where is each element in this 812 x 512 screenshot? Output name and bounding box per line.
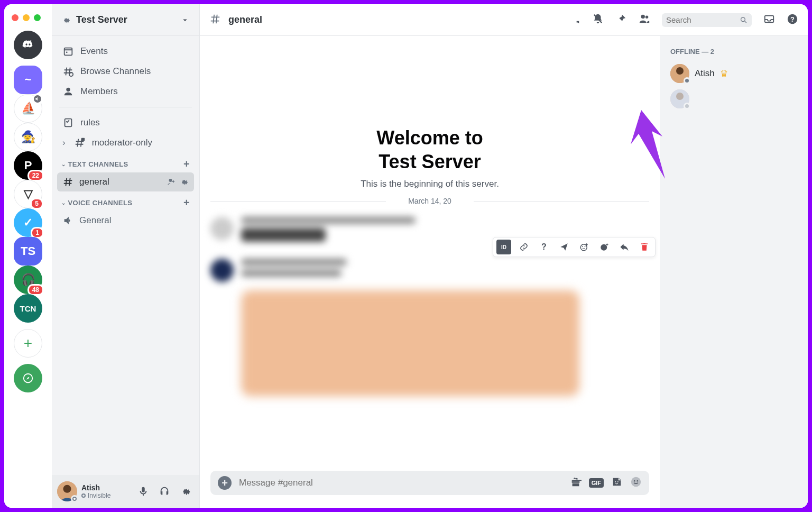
user-panel: Atish Invisible — [52, 475, 199, 508]
server-item[interactable]: ✓1 — [14, 208, 42, 237]
svg-point-12 — [741, 17, 745, 21]
channel-label: General — [79, 215, 189, 226]
gift-icon — [570, 476, 582, 488]
channel-label: general — [79, 177, 161, 187]
channel-title: general — [228, 14, 561, 25]
channel-rules[interactable]: rules — [57, 113, 194, 133]
action-copy-id[interactable]: ID — [496, 240, 511, 254]
welcome-subtitle: This is the beginning of this server. — [210, 179, 649, 189]
action-delete[interactable] — [637, 240, 652, 254]
mute-button[interactable] — [135, 483, 152, 500]
emoji-button[interactable] — [630, 476, 642, 490]
add-channel-button[interactable]: + — [183, 197, 190, 209]
member-row[interactable] — [666, 86, 801, 112]
reply-icon — [620, 242, 629, 252]
sidebar-link-browse channels[interactable]: Browse Channels — [57, 61, 194, 81]
help-icon: ? — [787, 13, 798, 25]
chat-area: general ? — [200, 4, 808, 508]
threads-button[interactable] — [569, 13, 580, 27]
server-item[interactable]: P22 — [14, 151, 42, 180]
chat-header: general ? — [200, 4, 808, 36]
gift-button[interactable] — [570, 476, 582, 490]
category-label: TEXT CHANNELS — [68, 160, 128, 168]
chevron-right-icon: › — [62, 138, 66, 148]
minimize-window-button[interactable] — [23, 14, 30, 21]
blurred-embed — [241, 290, 579, 396]
category-header[interactable]: ⌄TEXT CHANNELS+ — [57, 153, 194, 172]
bell-mute-icon — [592, 13, 604, 25]
invite-icon[interactable] — [167, 177, 176, 187]
user-status: Invisible — [88, 492, 110, 499]
welcome-title-1: Welcome to — [376, 127, 483, 149]
pinned-button[interactable] — [615, 13, 627, 27]
welcome-block: Welcome toTest Server This is the beginn… — [210, 126, 649, 189]
explore-button[interactable] — [14, 364, 42, 392]
svg-point-5 — [66, 88, 70, 92]
maximize-window-button[interactable] — [34, 14, 41, 21]
action-add-reaction[interactable] — [577, 240, 592, 254]
channel-general[interactable]: General — [57, 211, 194, 230]
svg-rect-7 — [81, 138, 84, 141]
action-help[interactable]: ? — [537, 240, 551, 254]
channel-label: moderator-only — [92, 138, 152, 148]
compass-icon — [22, 372, 34, 384]
member-list: OFFLINE — 2 Atish ♛ — [660, 36, 808, 508]
link-icon — [519, 242, 529, 252]
close-window-button[interactable] — [12, 14, 19, 21]
date-divider: March 14, 20 — [408, 197, 451, 205]
deafen-button[interactable] — [156, 483, 173, 500]
message-composer: + GIF — [210, 471, 649, 495]
svg-point-29 — [676, 93, 684, 100]
search-box[interactable] — [662, 13, 752, 27]
trash-icon — [640, 242, 649, 252]
server-label: TS — [21, 244, 35, 258]
rules-icon — [62, 117, 74, 129]
server-item[interactable]: 🧙 — [14, 123, 42, 151]
action-reply[interactable] — [617, 240, 632, 254]
server-item[interactable]: ~ — [14, 66, 42, 94]
home-button[interactable] — [14, 31, 42, 59]
gif-button[interactable]: GIF — [589, 478, 604, 488]
server-item[interactable]: ⛵ — [14, 94, 42, 123]
sticker-button[interactable] — [611, 476, 623, 490]
inbox-button[interactable] — [763, 13, 775, 27]
server-item[interactable]: TCN — [14, 294, 42, 323]
sidebar-link-members[interactable]: Members — [57, 81, 194, 102]
action-send[interactable] — [557, 240, 571, 254]
sticker-icon — [611, 476, 623, 488]
notifications-button[interactable] — [592, 13, 604, 27]
chevron-down-icon — [180, 15, 190, 25]
emoji-icon — [630, 476, 642, 488]
message-list[interactable]: Welcome toTest Server This is the beginn… — [200, 36, 660, 471]
add-server-button[interactable]: + — [14, 329, 42, 358]
server-header[interactable]: Test Server — [52, 4, 199, 36]
pin-icon — [615, 13, 627, 25]
category-label: VOICE CHANNELS — [68, 199, 132, 207]
server-label: ~ — [25, 73, 32, 87]
attach-button[interactable]: + — [218, 476, 232, 490]
search-input[interactable] — [666, 15, 736, 24]
help-button[interactable]: ? — [787, 13, 798, 27]
composer-input[interactable] — [239, 478, 562, 488]
add-channel-button[interactable]: + — [183, 158, 190, 170]
svg-point-20 — [601, 244, 607, 251]
action-copy-link[interactable] — [516, 240, 531, 254]
mic-icon — [137, 486, 149, 497]
svg-point-21 — [615, 481, 616, 482]
member-row[interactable]: Atish ♛ — [666, 61, 801, 86]
server-item[interactable]: 🎧48 — [14, 266, 42, 294]
action-super-reaction[interactable] — [597, 240, 612, 254]
speaker-icon — [62, 215, 74, 226]
member-avatar — [670, 64, 689, 83]
memberlist-toggle-button[interactable] — [639, 13, 650, 27]
user-settings-button[interactable] — [177, 483, 194, 500]
channel-moderator-only[interactable]: ›moderator-only — [57, 133, 194, 153]
divider — [59, 107, 192, 107]
server-item[interactable]: TS — [14, 237, 42, 266]
server-item[interactable]: ▽5 — [14, 180, 42, 208]
chevron-down-icon: ⌄ — [61, 200, 66, 206]
category-header[interactable]: ⌄VOICE CHANNELS+ — [57, 191, 194, 211]
sidebar-link-events[interactable]: Events — [57, 41, 194, 61]
channel-general[interactable]: general — [57, 172, 194, 191]
gear-icon[interactable] — [179, 177, 189, 187]
